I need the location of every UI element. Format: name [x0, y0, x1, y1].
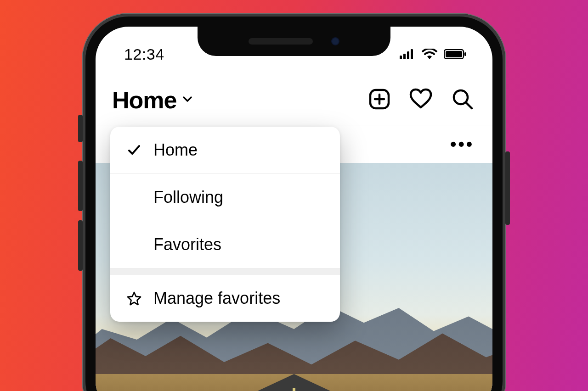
header-actions — [368, 88, 474, 112]
status-indicators — [400, 49, 467, 60]
dropdown-item-following[interactable]: Following — [110, 174, 340, 221]
check-icon — [126, 143, 142, 157]
dropdown-divider — [110, 268, 340, 275]
phone-volume-up — [78, 161, 83, 211]
star-icon — [126, 291, 142, 306]
feed-dropdown: Home Following Favorites Manage favorite… — [110, 127, 340, 322]
image-road — [156, 374, 432, 391]
dropdown-item-label: Manage favorites — [153, 289, 280, 308]
activity-button[interactable] — [409, 88, 433, 112]
create-post-button[interactable] — [368, 88, 390, 112]
phone-mute-switch — [78, 115, 83, 142]
plus-square-icon — [368, 88, 390, 110]
phone-notch — [198, 27, 390, 56]
phone-volume-down — [78, 220, 83, 271]
feed-selector[interactable]: Home — [112, 86, 193, 114]
phone-screen: 12:34 — [96, 27, 492, 391]
heart-icon — [409, 88, 433, 110]
svg-rect-2 — [407, 51, 409, 59]
status-time: 12:34 — [124, 45, 164, 63]
phone-front-camera — [331, 37, 339, 45]
search-button[interactable] — [451, 88, 474, 112]
cellular-icon — [400, 49, 415, 59]
wifi-icon — [422, 49, 437, 60]
phone-power-button — [505, 151, 510, 225]
search-icon — [451, 88, 474, 111]
dropdown-item-label: Following — [153, 188, 223, 207]
svg-rect-6 — [464, 52, 466, 56]
dropdown-item-home[interactable]: Home — [110, 127, 340, 174]
dropdown-item-label: Favorites — [153, 235, 221, 254]
dropdown-item-label: Home — [153, 140, 198, 160]
dropdown-item-manage-favorites[interactable]: Manage favorites — [110, 275, 340, 322]
post-more-button[interactable]: ••• — [450, 135, 474, 153]
feed-selector-label: Home — [112, 86, 176, 114]
app-header: Home — [96, 86, 492, 125]
battery-icon — [444, 49, 467, 59]
svg-rect-0 — [400, 56, 402, 59]
svg-rect-5 — [446, 51, 462, 57]
svg-line-11 — [466, 103, 472, 108]
dropdown-item-favorites[interactable]: Favorites — [110, 221, 340, 268]
svg-rect-1 — [403, 54, 406, 59]
phone-frame: 12:34 — [83, 14, 505, 391]
svg-rect-3 — [411, 49, 413, 59]
phone-speaker — [249, 38, 313, 45]
chevron-down-icon — [182, 94, 193, 106]
